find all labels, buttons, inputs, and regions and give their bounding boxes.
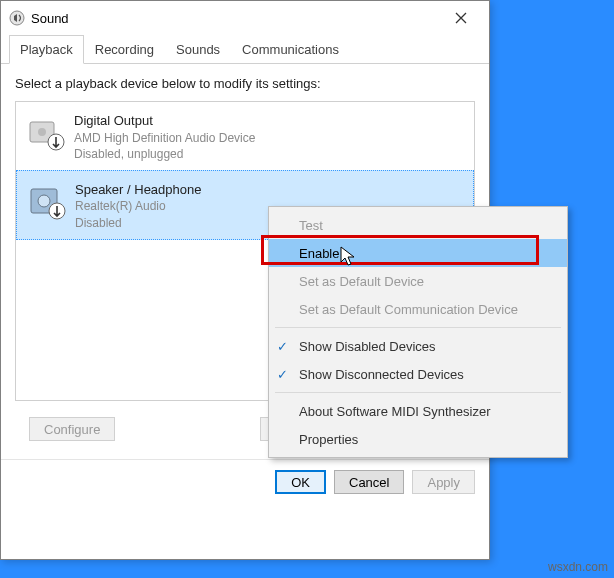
ctx-separator xyxy=(275,327,561,328)
ctx-label: Show Disconnected Devices xyxy=(299,367,464,382)
tab-strip: Playback Recording Sounds Communications xyxy=(1,35,489,64)
cancel-button[interactable]: Cancel xyxy=(334,470,404,494)
tab-playback[interactable]: Playback xyxy=(9,35,84,64)
device-status: Disabled, unplugged xyxy=(74,146,255,162)
ctx-label: Properties xyxy=(299,432,358,447)
dialog-buttons: OK Cancel Apply xyxy=(1,459,489,506)
ctx-separator xyxy=(275,392,561,393)
ok-button[interactable]: OK xyxy=(275,470,326,494)
sound-icon xyxy=(9,10,25,26)
ctx-test[interactable]: Test xyxy=(269,211,567,239)
device-driver: Realtek(R) Audio xyxy=(75,198,201,214)
ctx-label: Test xyxy=(299,218,323,233)
device-name: Digital Output xyxy=(74,112,255,130)
titlebar: Sound xyxy=(1,1,489,35)
svg-point-2 xyxy=(38,128,46,136)
ctx-label: Set as Default Device xyxy=(299,274,424,289)
device-icon xyxy=(27,181,67,221)
window-title: Sound xyxy=(31,11,441,26)
ctx-properties[interactable]: Properties xyxy=(269,425,567,453)
context-menu: Test Enable Set as Default Device Set as… xyxy=(268,206,568,458)
ctx-about-midi[interactable]: About Software MIDI Synthesizer xyxy=(269,397,567,425)
ctx-label: About Software MIDI Synthesizer xyxy=(299,404,490,419)
device-status: Disabled xyxy=(75,215,201,231)
ctx-label: Enable xyxy=(299,246,339,261)
svg-point-5 xyxy=(38,195,50,207)
apply-button[interactable]: Apply xyxy=(412,470,475,494)
device-icon xyxy=(26,112,66,152)
tab-communications[interactable]: Communications xyxy=(231,35,350,63)
tab-sounds[interactable]: Sounds xyxy=(165,35,231,63)
ctx-set-default[interactable]: Set as Default Device xyxy=(269,267,567,295)
tab-recording[interactable]: Recording xyxy=(84,35,165,63)
instruction-text: Select a playback device below to modify… xyxy=(15,76,475,91)
device-name: Speaker / Headphone xyxy=(75,181,201,199)
ctx-show-disabled[interactable]: ✓Show Disabled Devices xyxy=(269,332,567,360)
configure-button[interactable]: Configure xyxy=(29,417,115,441)
device-driver: AMD High Definition Audio Device xyxy=(74,130,255,146)
device-row[interactable]: Digital Output AMD High Definition Audio… xyxy=(16,102,474,170)
checkmark-icon: ✓ xyxy=(277,367,288,382)
ctx-enable[interactable]: Enable xyxy=(269,239,567,267)
ctx-show-disconnected[interactable]: ✓Show Disconnected Devices xyxy=(269,360,567,388)
watermark-text: wsxdn.com xyxy=(548,560,608,574)
close-button[interactable] xyxy=(441,4,481,32)
ctx-label: Show Disabled Devices xyxy=(299,339,436,354)
ctx-set-default-comm[interactable]: Set as Default Communication Device xyxy=(269,295,567,323)
ctx-label: Set as Default Communication Device xyxy=(299,302,518,317)
checkmark-icon: ✓ xyxy=(277,339,288,354)
